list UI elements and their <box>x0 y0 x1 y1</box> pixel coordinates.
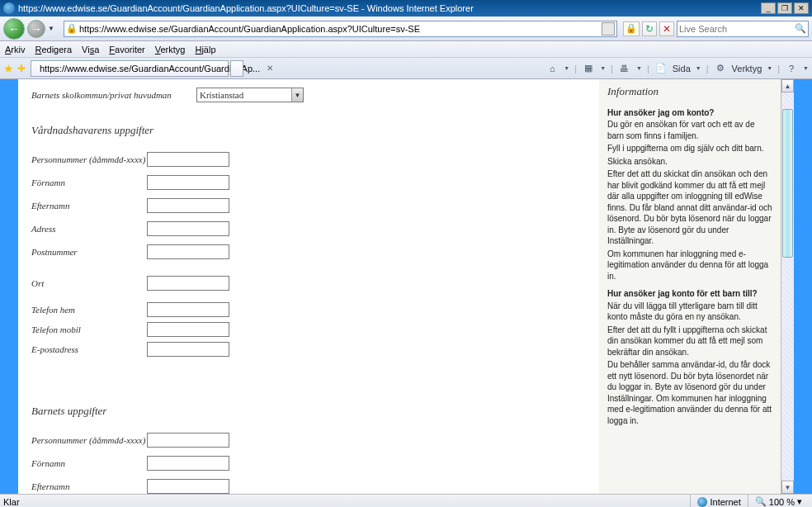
info-heading: Information <box>607 84 772 99</box>
home-dropdown[interactable]: ▼ <box>564 65 569 71</box>
print-dropdown[interactable]: ▼ <box>636 65 642 71</box>
go-button[interactable] <box>602 22 615 36</box>
page-dropdown[interactable]: ▼ <box>696 65 701 71</box>
minimize-button[interactable]: _ <box>761 2 776 14</box>
postnummer-input[interactable] <box>147 244 229 259</box>
scroll-down-icon[interactable]: ▼ <box>781 481 794 494</box>
zoom-level: 100 % <box>769 497 795 507</box>
info-p2c: Du behåller samma användar-id, du får do… <box>607 359 772 426</box>
page-menu[interactable]: Sida <box>673 64 691 73</box>
lock-icon: 🔒 <box>66 23 78 34</box>
ie-icon <box>3 2 15 14</box>
postnummer-label: Postnummer <box>31 247 147 257</box>
epost-label: E-postadress <box>31 344 147 354</box>
address-input[interactable] <box>79 24 600 34</box>
menu-hjalp[interactable]: Hjälp <box>195 45 215 54</box>
stop-button[interactable]: ✕ <box>659 21 674 36</box>
help-dropdown[interactable]: ▼ <box>803 65 809 71</box>
efternamn2-input[interactable] <box>147 479 229 494</box>
menu-visa[interactable]: Visa <box>82 45 99 54</box>
pnr-label: Personnummer (ååmmdd-xxxx) <box>31 154 147 164</box>
pnr2-input[interactable] <box>147 433 229 448</box>
efternamn2-label: Efternamn <box>31 481 147 491</box>
search-input[interactable] <box>679 24 795 34</box>
scroll-up-icon[interactable]: ▲ <box>781 79 794 92</box>
info-sidebar: Information Hur ansöker jag om konto? Du… <box>599 79 781 494</box>
page-body: Barnets skolkommun/privat huvudman Krist… <box>18 79 794 494</box>
help-icon[interactable]: ? <box>785 63 798 74</box>
blue-margin-left <box>0 79 18 494</box>
status-bar: Klar Internet 🔍 100 % ▾ <box>0 494 812 507</box>
blue-margin-right <box>794 79 812 494</box>
tab-label: https://www.edwise.se/GuardianAccount/Gu… <box>40 64 260 73</box>
menu-bar: AArkivrkiv Redigera Visa Favoriter Verkt… <box>0 41 812 58</box>
add-favorite-icon[interactable]: ✚ <box>17 63 26 74</box>
security-lock-icon[interactable]: 🔒 <box>623 21 640 36</box>
fornamn2-input[interactable] <box>147 456 229 471</box>
pnr-input[interactable] <box>147 152 229 167</box>
browser-tab[interactable]: https://www.edwise.se/GuardianAccount/Gu… <box>31 60 229 77</box>
status-text: Klar <box>3 497 690 507</box>
chevron-down-icon: ▼ <box>291 88 303 102</box>
window-titlebar: https://www.edwise.se/GuardianAccount/Gu… <box>0 0 812 17</box>
globe-icon <box>697 497 707 507</box>
refresh-button[interactable]: ↻ <box>642 21 657 36</box>
efternamn-input[interactable] <box>147 198 229 213</box>
menu-redigera[interactable]: Redigera <box>35 45 72 54</box>
scroll-track[interactable] <box>781 92 794 481</box>
navigation-bar: ← → ▼ 🔒 🔒 ↻ ✕ 🔍 <box>0 17 812 41</box>
telhem-input[interactable] <box>147 302 229 317</box>
info-p1a: Du gör en ansökan för vart och ett av de… <box>607 119 772 141</box>
kommun-select[interactable]: Kristianstad ▼ <box>196 88 304 102</box>
vertical-scrollbar[interactable]: ▲ ▼ <box>781 79 794 494</box>
telmobil-label: Telefon mobil <box>31 325 147 334</box>
back-button[interactable]: ← <box>3 18 25 40</box>
feeds-icon[interactable]: ▦ <box>582 63 595 74</box>
scroll-thumb[interactable] <box>782 109 793 258</box>
kommun-value: Kristianstad <box>200 90 243 100</box>
adress-label: Adress <box>31 224 147 234</box>
info-p2a: När du vill lägga till ytterligare barn … <box>607 301 772 323</box>
close-button[interactable]: ✕ <box>794 2 809 14</box>
menu-favoriter[interactable]: Favoriter <box>109 45 144 54</box>
security-zone: Internet <box>710 497 740 507</box>
page-icon[interactable]: 📄 <box>654 63 668 74</box>
menu-arkiv[interactable]: AArkivrkiv <box>5 45 25 54</box>
fornamn-input[interactable] <box>147 175 229 190</box>
search-box[interactable]: 🔍 <box>677 21 809 37</box>
telmobil-input[interactable] <box>147 322 229 337</box>
tools-menu[interactable]: Verktyg <box>732 64 762 73</box>
info-p1c: Skicka ansökan. <box>607 156 772 168</box>
info-p1e: Om kommunen har inloggning med e-legitim… <box>607 249 772 282</box>
tab-toolbar: ★ ✚ https://www.edwise.se/GuardianAccoun… <box>0 58 812 79</box>
content-area: Barnets skolkommun/privat huvudman Krist… <box>0 79 812 494</box>
fornamn-label: Förnamn <box>31 178 147 187</box>
info-q2: Hur ansöker jag konto för ett barn till? <box>607 288 772 300</box>
pnr2-label: Personnummer (ååmmdd-xxxx) <box>31 435 147 445</box>
epost-input[interactable] <box>147 342 229 357</box>
section-guardian: Vårdnadshavarens uppgifter <box>31 124 596 137</box>
window-title: https://www.edwise.se/GuardianAccount/Gu… <box>18 3 761 13</box>
home-icon[interactable]: ⌂ <box>545 63 559 74</box>
menu-verktyg[interactable]: Verktyg <box>155 45 186 54</box>
ort-label: Ort <box>31 278 147 288</box>
adress-input[interactable] <box>147 221 229 236</box>
fornamn2-label: Förnamn <box>31 458 147 468</box>
tools-dropdown[interactable]: ▼ <box>767 65 772 71</box>
tools-icon[interactable]: ⚙ <box>714 63 727 74</box>
restore-button[interactable]: ❐ <box>777 2 792 14</box>
feeds-dropdown[interactable]: ▼ <box>600 65 606 71</box>
info-q1: Hur ansöker jag om konto? <box>607 107 772 119</box>
search-icon[interactable]: 🔍 <box>795 23 806 34</box>
print-icon[interactable]: 🖶 <box>618 63 631 74</box>
new-tab-button[interactable] <box>230 60 243 77</box>
favorites-star-icon[interactable]: ★ <box>3 62 14 75</box>
tab-close-icon[interactable]: ✕ <box>267 64 273 73</box>
info-p2b: Efter det att du fyllt i uppgifterna och… <box>607 325 772 358</box>
address-bar[interactable]: 🔒 <box>64 21 617 37</box>
zoom-control[interactable]: 🔍 100 % ▾ <box>748 495 809 507</box>
forward-button[interactable]: → <box>27 20 45 38</box>
ort-input[interactable] <box>147 276 229 291</box>
nav-history-dropdown[interactable]: ▼ <box>48 25 58 32</box>
telhem-label: Telefon hem <box>31 305 147 315</box>
